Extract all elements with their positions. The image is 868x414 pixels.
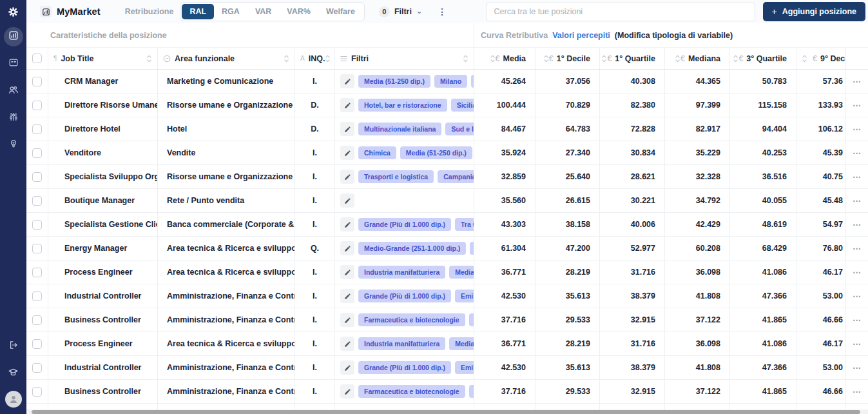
filter-chip[interactable]: Industria manifatturiera	[358, 337, 445, 350]
sidebar-item-settings[interactable]	[4, 108, 23, 128]
job-title-cell[interactable]: Industrial Controller	[48, 284, 158, 308]
row-checkbox[interactable]	[32, 196, 42, 206]
job-title-cell[interactable]: Industrial Controller	[48, 356, 158, 379]
column-header-1-quartile[interactable]: € 1° Quartile	[600, 48, 665, 69]
column-header-mediana[interactable]: € Mediana	[665, 48, 730, 69]
job-title-cell[interactable]: Specialista Gestione Clientela Retail	[48, 213, 158, 236]
filter-chip[interactable]: Trasporti e logistica	[358, 170, 434, 183]
tab-var[interactable]: VAR%	[279, 4, 318, 19]
filter-chip[interactable]: Media (51-250 dip.)	[449, 266, 474, 279]
scrollbar-thumb[interactable]	[32, 410, 860, 414]
row-checkbox[interactable]	[32, 77, 42, 86]
sidebar-item-insights[interactable]	[4, 135, 23, 155]
sort-icon[interactable]	[284, 55, 289, 63]
modify-variable-link[interactable]: (Modifica tipologia di variabile)	[615, 31, 733, 40]
row-checkbox[interactable]	[32, 220, 42, 230]
filter-chip[interactable]: Chimica	[358, 146, 396, 159]
sidebar-item-reports[interactable]	[4, 54, 23, 74]
app-logo-icon[interactable]	[8, 0, 19, 23]
filter-chip[interactable]: Più di 10 anni	[470, 242, 474, 255]
job-title-cell[interactable]: Business Controller	[48, 380, 158, 403]
row-menu-button[interactable]: ⋯	[846, 332, 868, 355]
tab-ral[interactable]: RAL	[182, 4, 214, 19]
sort-icon[interactable]	[325, 55, 331, 63]
job-title-cell[interactable]: Specialista Sviluppo Organizzativo	[48, 165, 158, 188]
filter-chip[interactable]: Industria manifatturiera	[358, 266, 445, 279]
sort-icon[interactable]	[675, 55, 680, 63]
filter-chip[interactable]: Tra 6 e 10 anni	[455, 218, 474, 231]
filter-chip[interactable]: Campania	[438, 170, 474, 183]
row-menu-button[interactable]: ⋯	[846, 261, 868, 284]
job-title-cell[interactable]: Process Engineer	[48, 332, 158, 355]
filter-chip[interactable]: Grande (Più di 1.000 dip.)	[358, 218, 451, 231]
filter-chip[interactable]: Lombardia	[469, 313, 474, 326]
sidebar-item-analytics[interactable]	[4, 27, 23, 46]
select-all-checkbox[interactable]	[32, 54, 42, 63]
row-checkbox[interactable]	[32, 124, 42, 134]
sort-icon[interactable]	[802, 55, 807, 63]
more-options-icon[interactable]: ⋮	[438, 6, 447, 17]
search-input[interactable]	[486, 3, 755, 21]
filter-chip[interactable]: Emilia-Romagna	[455, 361, 474, 374]
filter-chip[interactable]: Media (51-250 dip.)	[358, 75, 430, 88]
edit-filters-button[interactable]	[340, 384, 354, 399]
row-menu-button[interactable]: ⋯	[846, 94, 868, 117]
row-menu-button[interactable]: ⋯	[846, 70, 868, 93]
row-checkbox[interactable]	[32, 387, 42, 397]
row-menu-button[interactable]: ⋯	[846, 308, 868, 331]
column-header-job-title[interactable]: ¶ Job Title	[48, 48, 158, 69]
edit-filters-button[interactable]	[340, 193, 354, 208]
job-title-cell[interactable]: Venditore	[48, 141, 158, 164]
job-title-cell[interactable]: Energy Manager	[48, 237, 158, 260]
edit-filters-button[interactable]	[340, 217, 354, 232]
row-checkbox[interactable]	[32, 101, 42, 110]
filter-chip[interactable]: Media (51-250 dip.)	[400, 146, 472, 159]
edit-filters-button[interactable]	[340, 146, 354, 160]
column-header-9-decile[interactable]: € 9° Decile	[796, 48, 846, 69]
row-menu-button[interactable]: ⋯	[846, 284, 868, 308]
sort-icon[interactable]	[543, 55, 549, 63]
row-checkbox[interactable]	[32, 339, 42, 349]
row-menu-button[interactable]: ⋯	[846, 117, 868, 141]
user-avatar[interactable]	[5, 391, 22, 408]
filter-chip[interactable]: Emilia-Romagna	[455, 290, 474, 302]
edit-filters-button[interactable]	[340, 74, 354, 88]
horizontal-scrollbar[interactable]	[26, 409, 868, 414]
row-menu-button[interactable]: ⋯	[846, 141, 868, 164]
column-header-area[interactable]: Area funzionale	[158, 48, 295, 69]
column-header-media[interactable]: € Media	[474, 48, 535, 69]
filter-chip[interactable]: Sud e Isole	[445, 123, 474, 135]
edit-filters-button[interactable]	[340, 170, 354, 184]
edit-filters-button[interactable]	[340, 241, 354, 255]
edit-filters-button[interactable]	[340, 122, 354, 136]
column-header-1-decile[interactable]: € 1° Decile	[535, 48, 600, 69]
filter-chip[interactable]: Farmaceutica e biotecnologie	[358, 385, 465, 398]
sort-icon[interactable]	[490, 55, 496, 63]
tab-var[interactable]: VAR	[247, 4, 279, 19]
column-header-filters[interactable]: Filtri	[335, 48, 474, 69]
row-menu-button[interactable]: ⋯	[846, 213, 868, 236]
edit-filters-button[interactable]	[340, 289, 354, 303]
edit-filters-button[interactable]	[340, 313, 354, 327]
job-title-cell[interactable]: Business Controller	[48, 308, 158, 331]
column-header-inq[interactable]: A INQ.	[295, 48, 335, 69]
edit-filters-button[interactable]	[340, 360, 354, 375]
row-checkbox[interactable]	[32, 268, 42, 277]
filter-chip[interactable]: Multinazionale italiana	[358, 123, 441, 135]
row-checkbox[interactable]	[32, 315, 42, 325]
filter-chip[interactable]: Hotel, bar e ristorazione	[358, 99, 447, 112]
filter-chip[interactable]: Grande (Più di 1.000 dip.)	[358, 290, 451, 302]
sidebar-item-logout[interactable]	[4, 337, 23, 356]
filter-chip[interactable]: Grande (Più di 1.000 dip.)	[358, 361, 451, 374]
column-header-3-quartile[interactable]: € 3° Quartile	[730, 48, 796, 69]
job-title-cell[interactable]: Process Engineer	[48, 261, 158, 284]
filter-chip[interactable]: Lombardia	[469, 385, 474, 398]
sort-icon[interactable]	[733, 55, 738, 63]
row-checkbox[interactable]	[32, 363, 42, 373]
edit-filters-button[interactable]	[340, 265, 354, 279]
row-checkbox[interactable]	[32, 148, 42, 158]
row-menu-button[interactable]: ⋯	[846, 356, 868, 379]
row-checkbox[interactable]	[32, 291, 42, 301]
filters-dropdown[interactable]: 0 Filtri ⌄	[379, 6, 422, 17]
tab-welfare[interactable]: Welfare	[318, 4, 363, 19]
